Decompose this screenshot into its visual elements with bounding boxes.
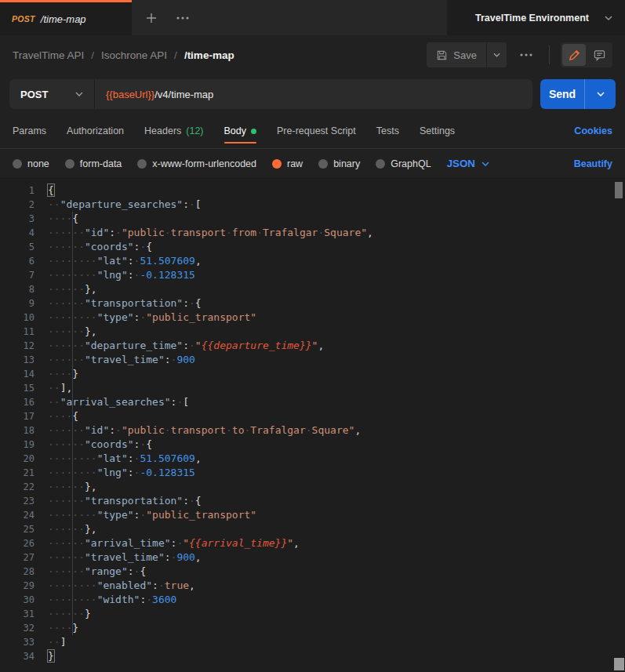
code-text: ········"lng":·-0.128315 xyxy=(48,466,195,480)
code-text: ··], xyxy=(48,381,72,395)
line-number: 20 xyxy=(0,452,35,466)
code-line: 24········"type":·"public_transport" xyxy=(0,508,625,522)
breadcrumb-item[interactable]: Isochrone API xyxy=(101,49,167,61)
radio-raw[interactable]: raw xyxy=(272,158,303,169)
send-button[interactable]: Send xyxy=(540,79,584,109)
code-text: } xyxy=(48,649,54,663)
code-line: 27······"travel_time":·900, xyxy=(0,550,625,565)
language-select[interactable]: JSON xyxy=(447,158,489,169)
code-text: ········"enabled":·true, xyxy=(48,579,195,593)
code-line: 14····} xyxy=(0,367,625,381)
line-number: 34 xyxy=(0,649,35,663)
line-number: 29 xyxy=(0,579,35,593)
cookies-link[interactable]: Cookies xyxy=(574,125,612,136)
code-text: ··"departure_searches":·[ xyxy=(48,198,202,212)
radio-none[interactable]: none xyxy=(13,158,49,169)
code-line: 3····{ xyxy=(0,212,625,226)
more-actions-button[interactable] xyxy=(514,43,538,67)
beautify-button[interactable]: Beautify xyxy=(574,158,612,169)
save-options-button[interactable] xyxy=(486,42,507,67)
code-line: 13······"travel_time":·900 xyxy=(0,353,625,367)
url-input[interactable]: {{baseUrl}}/v4/time-map xyxy=(95,89,224,100)
tab-tests[interactable]: Tests xyxy=(376,114,399,148)
tab-strip-actions xyxy=(132,0,194,35)
radio-graphql[interactable]: GraphQL xyxy=(376,158,431,169)
line-number: 4 xyxy=(0,226,35,240)
radio-binary[interactable]: binary xyxy=(318,158,360,169)
line-number: 11 xyxy=(0,325,35,339)
line-number: 10 xyxy=(0,311,35,325)
code-line: 31······} xyxy=(0,607,625,621)
breadcrumb-item[interactable]: TravelTime API xyxy=(13,49,84,61)
environment-selector[interactable]: TravelTime Environment xyxy=(447,0,625,35)
tab-body[interactable]: Body xyxy=(224,114,257,148)
tab-count: (12) xyxy=(186,125,203,136)
indent-guide xyxy=(72,212,73,635)
tab-params[interactable]: Params xyxy=(13,114,46,148)
code-line: 20········"lat":·51.507609, xyxy=(0,452,625,466)
tab-headers[interactable]: Headers(12) xyxy=(144,114,203,148)
line-number: 17 xyxy=(0,409,35,423)
code-text: ····{ xyxy=(48,409,78,423)
code-text: ······} xyxy=(48,607,91,621)
request-tab[interactable]: POST /time-map xyxy=(0,0,132,35)
send-options-button[interactable] xyxy=(584,79,616,109)
line-number: 26 xyxy=(0,536,35,550)
divider xyxy=(549,45,550,64)
save-button[interactable]: Save xyxy=(427,42,486,67)
breadcrumb: TravelTime API/Isochrone API//time-map xyxy=(13,49,234,61)
radio-form-data[interactable]: form-data xyxy=(65,158,122,169)
code-text: ······"travel_time":·900 xyxy=(48,353,195,367)
language-value: JSON xyxy=(447,158,475,169)
code-text: ······"transportation":·{ xyxy=(48,296,202,311)
postman-window: POST /time-map TravelTime Environment Tr… xyxy=(0,0,625,672)
edit-request-button[interactable] xyxy=(562,44,586,66)
comment-button[interactable] xyxy=(587,44,611,66)
breadcrumb-item[interactable]: /time-map xyxy=(184,49,234,61)
header-actions: Save xyxy=(427,42,612,67)
line-number: 12 xyxy=(0,339,35,353)
tab-settings[interactable]: Settings xyxy=(420,114,455,148)
radio-icon xyxy=(376,159,385,169)
tab-authorization[interactable]: Authorization xyxy=(67,114,124,148)
chevron-down-icon xyxy=(493,53,500,57)
code-text: ······"arrival_time":·"{{arrival_time}}"… xyxy=(48,536,300,550)
chevron-down-icon xyxy=(481,162,489,166)
line-number: 5 xyxy=(0,240,35,254)
code-text: ······"id":·"public·transport·from·Trafa… xyxy=(48,226,373,240)
scrollbar-thumb[interactable] xyxy=(615,182,623,198)
code-editor[interactable]: 1{2··"departure_searches":·[3····{4·····… xyxy=(0,179,625,672)
code-line: 6········"lat":·51.507609, xyxy=(0,254,625,268)
code-text: ········"type":·"public_transport" xyxy=(48,311,256,325)
line-number: 7 xyxy=(0,268,35,282)
radio-x-www-form-urlencoded[interactable]: x-www-form-urlencoded xyxy=(137,158,256,169)
url-row: POST {{baseUrl}}/v4/time-map Send xyxy=(0,74,625,114)
code-line: 30········"width":·3600 xyxy=(0,593,625,607)
tab-label: Authorization xyxy=(67,125,124,136)
comment-icon xyxy=(594,49,605,61)
line-number: 16 xyxy=(0,395,35,409)
code-line: 17····{ xyxy=(0,409,625,423)
tab-pre-request-script[interactable]: Pre-request Script xyxy=(277,114,356,148)
tab-label: Body xyxy=(224,125,247,136)
code-text: ······"coords":·{ xyxy=(48,438,152,452)
code-line: 9······"transportation":·{ xyxy=(0,296,625,311)
view-mode-toggle xyxy=(561,42,612,67)
method-select[interactable]: POST xyxy=(9,79,94,109)
tab-label: Pre-request Script xyxy=(277,125,356,136)
radio-label: none xyxy=(27,158,49,169)
code-text: ········"lat":·51.507609, xyxy=(48,452,202,466)
code-text: ····{ xyxy=(48,212,78,226)
code-line: 34} xyxy=(0,649,625,663)
code-line: 19······"coords":·{ xyxy=(0,438,625,452)
code-text: ····} xyxy=(48,621,78,635)
more-tabs-button[interactable] xyxy=(171,6,194,30)
new-tab-button[interactable] xyxy=(140,6,163,30)
radio-label: x-www-form-urlencoded xyxy=(152,158,256,169)
code-line: 11······}, xyxy=(0,325,625,339)
radio-icon xyxy=(13,159,22,169)
url-variable: {{baseUrl}} xyxy=(106,89,154,100)
code-lines: 1{2··"departure_searches":·[3····{4·····… xyxy=(0,183,625,663)
code-line: 5······"coords":·{ xyxy=(0,240,625,254)
line-number: 27 xyxy=(0,550,35,565)
